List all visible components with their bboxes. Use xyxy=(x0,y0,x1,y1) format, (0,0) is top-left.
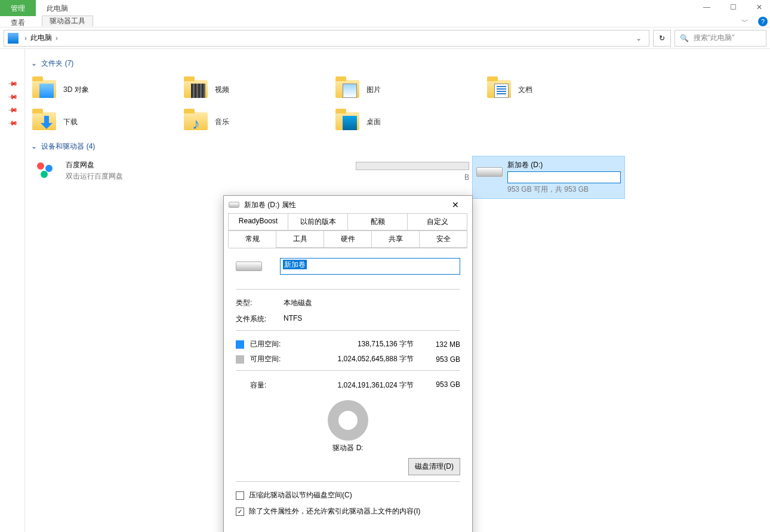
folder-label: 音乐 xyxy=(215,117,229,127)
disk-cleanup-button[interactable]: 磁盘清理(D) xyxy=(408,458,460,475)
folder-icon xyxy=(183,110,211,134)
breadcrumb-this-pc[interactable]: 此电脑 xyxy=(30,33,52,43)
folder-label: 视频 xyxy=(215,85,229,95)
volume-name-input[interactable]: 新加卷 xyxy=(280,258,460,275)
device-baidu[interactable]: 百度网盘 双击运行百度网盘 xyxy=(29,156,180,198)
address-bar[interactable]: › 此电脑 › ⌄ xyxy=(4,30,649,47)
pin-icon[interactable]: 📌 xyxy=(7,104,19,116)
folders-group-header[interactable]: ⌄ 文件夹 (7) xyxy=(29,55,764,73)
device-title: 百度网盘 xyxy=(66,160,123,170)
dialog-titlebar[interactable]: 新加卷 (D:) 属性 ✕ xyxy=(224,196,472,214)
search-placeholder: 搜索"此电脑" xyxy=(694,33,735,43)
dialog-tab[interactable]: 自定义 xyxy=(407,213,467,230)
pin-icon[interactable]: 📌 xyxy=(7,78,19,90)
drive-icon xyxy=(229,202,239,208)
search-input[interactable]: 🔍 搜索"此电脑" xyxy=(674,30,766,47)
pin-icon[interactable]: 📌 xyxy=(7,91,19,103)
this-pc-icon xyxy=(8,33,19,44)
dialog-tab[interactable]: 常规 xyxy=(228,230,276,248)
breadcrumb-sep: › xyxy=(56,34,58,42)
folder-icon xyxy=(486,78,515,102)
nav-sidebar: 📌 📌 📌 📌 xyxy=(0,49,25,532)
free-hr: 953 GB xyxy=(427,355,460,364)
dialog-tab[interactable]: 安全 xyxy=(419,230,467,248)
address-bar-row: › 此电脑 › ⌄ ↻ 🔍 搜索"此电脑" xyxy=(0,27,770,49)
folder-label: 3D 对象 xyxy=(63,85,89,95)
device-subtitle: B xyxy=(464,173,469,182)
folder-label: 文档 xyxy=(518,85,532,95)
capacity-bytes: 1,024,191,361,024 字节 xyxy=(294,380,414,390)
manage-tab[interactable]: 管理 xyxy=(0,0,36,16)
compress-label: 压缩此驱动器以节约磁盘空间(C) xyxy=(249,490,352,500)
device-subtitle: 双击运行百度网盘 xyxy=(66,171,123,182)
folder-icon xyxy=(334,78,363,102)
folder-item[interactable]: 音乐 xyxy=(180,106,332,138)
folder-label: 桌面 xyxy=(366,117,381,127)
help-icon[interactable]: ? xyxy=(758,17,768,26)
folder-label: 图片 xyxy=(366,85,381,95)
dialog-title: 新加卷 (D:) 属性 xyxy=(244,200,296,210)
type-value: 本地磁盘 xyxy=(284,298,312,308)
capacity-hr: 953 GB xyxy=(427,380,460,390)
dialog-tab[interactable]: ReadyBoost xyxy=(228,213,288,230)
disk-usage-donut xyxy=(328,400,368,441)
ribbon-collapse-icon[interactable]: ﹀ xyxy=(741,17,749,27)
chevron-down-icon: ⌄ xyxy=(31,142,37,150)
folder-item[interactable]: 桌面 xyxy=(332,106,483,138)
ribbon: 管理 此电脑 查看 驱动器工具 — ☐ ✕ ﹀ ? xyxy=(0,0,770,27)
maximize-button[interactable]: ☐ xyxy=(726,0,740,14)
used-bytes: 138,715,136 字节 xyxy=(294,339,414,349)
folder-label: 下载 xyxy=(63,117,78,127)
dialog-tab[interactable]: 工具 xyxy=(276,230,324,248)
fs-label: 文件系统: xyxy=(236,314,284,324)
drive-rename-input[interactable] xyxy=(507,171,621,183)
free-bytes: 1,024,052,645,888 字节 xyxy=(294,354,414,364)
devices-group-header[interactable]: ⌄ 设备和驱动器 (4) xyxy=(29,138,764,156)
device-title: 新加卷 (D:) xyxy=(507,160,621,170)
free-label: 可用空间: xyxy=(250,354,294,364)
folder-item[interactable]: 文档 xyxy=(483,73,635,106)
used-color-icon xyxy=(236,340,244,349)
device-drive-hidden[interactable]: B xyxy=(180,156,473,198)
devices-header-label: 设备和驱动器 (4) xyxy=(41,142,95,150)
baidu-icon xyxy=(32,160,61,184)
index-label: 除了文件属性外，还允许索引此驱动器上文件的内容(I) xyxy=(249,506,420,516)
folder-item[interactable]: 3D 对象 xyxy=(29,73,180,106)
dialog-close-button[interactable]: ✕ xyxy=(443,196,467,213)
refresh-button[interactable]: ↻ xyxy=(653,30,671,47)
dialog-tab[interactable]: 配额 xyxy=(347,213,408,230)
dialog-tab[interactable]: 以前的版本 xyxy=(288,213,348,230)
device-subtitle: 953 GB 可用，共 953 GB xyxy=(507,184,621,195)
fs-value: NTFS xyxy=(284,314,302,324)
drive-icon xyxy=(476,160,503,184)
pin-icon[interactable]: 📌 xyxy=(7,118,19,130)
type-label: 类型: xyxy=(236,298,284,308)
properties-dialog: 新加卷 (D:) 属性 ✕ ReadyBoost以前的版本配额自定义 常规工具硬… xyxy=(223,195,473,532)
content-area: ⌄ 文件夹 (7) 3D 对象视频图片文档下载音乐桌面 ⌄ 设备和驱动器 (4)… xyxy=(25,49,770,532)
folder-item[interactable]: 下载 xyxy=(29,106,180,138)
folder-icon xyxy=(334,110,363,134)
folders-header-label: 文件夹 (7) xyxy=(41,59,73,67)
folder-item[interactable]: 视频 xyxy=(180,73,332,106)
dialog-tab[interactable]: 共享 xyxy=(371,230,420,248)
folder-icon xyxy=(31,78,60,102)
index-checkbox[interactable]: ✓ xyxy=(236,508,244,516)
close-window-button[interactable]: ✕ xyxy=(752,0,766,14)
drive-tools-tab[interactable]: 驱动器工具 xyxy=(42,16,93,26)
breadcrumb-sep: › xyxy=(24,34,27,42)
folder-icon xyxy=(183,78,211,102)
address-dropdown-icon[interactable]: ⌄ xyxy=(632,34,645,42)
view-tab[interactable]: 查看 xyxy=(11,18,25,28)
dialog-tab[interactable]: 硬件 xyxy=(324,230,372,248)
capacity-label: 容量: xyxy=(236,380,294,390)
folder-icon xyxy=(31,110,60,134)
minimize-button[interactable]: — xyxy=(700,0,714,14)
chevron-down-icon: ⌄ xyxy=(31,59,37,67)
used-hr: 132 MB xyxy=(427,340,460,349)
this-pc-tab[interactable]: 此电脑 xyxy=(36,0,79,16)
drive-label: 驱动器 D: xyxy=(236,443,460,453)
drive-usage-bar xyxy=(356,162,469,170)
compress-checkbox[interactable] xyxy=(236,491,244,500)
device-drive-d[interactable]: 新加卷 (D:) 953 GB 可用，共 953 GB xyxy=(473,156,624,198)
folder-item[interactable]: 图片 xyxy=(332,73,483,106)
